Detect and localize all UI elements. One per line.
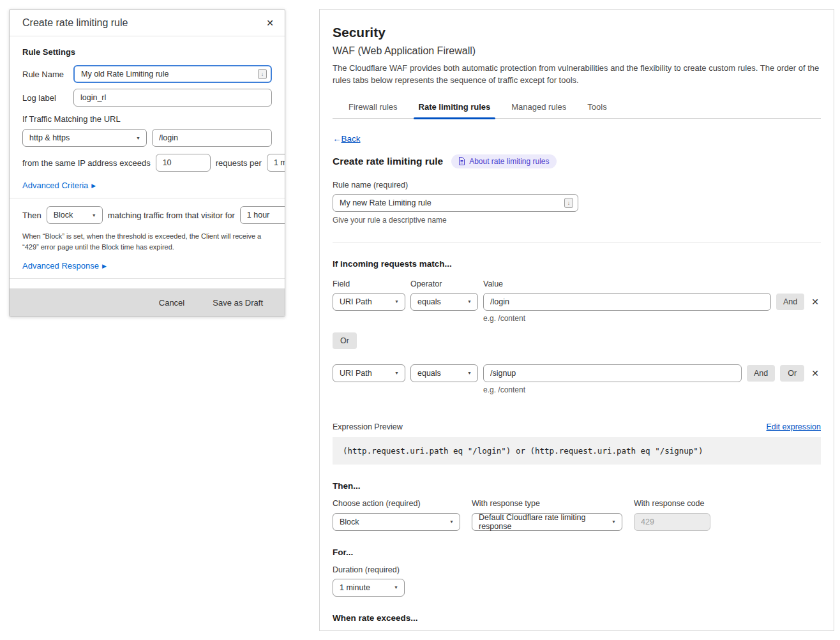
response-type-select[interactable]: Default Cloudflare rate limiting respons… <box>472 513 622 531</box>
response-type-label: With response type <box>472 499 622 508</box>
chevron-down-icon: ▼ <box>467 299 472 304</box>
value-input[interactable] <box>483 293 771 311</box>
choose-action-select[interactable]: Block ▼ <box>333 513 460 531</box>
then-section-heading: Then... <box>333 481 821 491</box>
expression-code: (http.request.uri.path eq "/login") or (… <box>333 437 821 465</box>
advanced-response-link[interactable]: Advanced Response ▶ <box>22 261 107 271</box>
rule-name-label: Rule Name <box>22 70 73 79</box>
value-helper: e.g. /content <box>483 385 821 394</box>
advanced-criteria-link[interactable]: Advanced Criteria ▶ <box>22 181 96 190</box>
back-link[interactable]: ←Back <box>333 134 361 144</box>
value-input[interactable] <box>483 364 742 382</box>
scheme-select-value: http & https <box>29 133 70 142</box>
match-section-heading: If incoming requests match... <box>333 259 821 269</box>
rule-settings-heading: Rule Settings <box>22 47 272 57</box>
threshold-row: from the same IP address exceeds request… <box>22 154 272 172</box>
remove-condition-icon[interactable]: ✕ <box>809 368 821 378</box>
tab-rate-limiting-rules[interactable]: Rate limiting rules <box>419 99 491 118</box>
response-code-label: With response code <box>634 499 710 508</box>
response-type-value: Default Cloudflare rate limiting respons… <box>479 513 606 531</box>
value-column-label: Value <box>483 279 503 288</box>
field-select-value: URI Path <box>340 369 372 378</box>
period-select[interactable]: 1 minute ▼ <box>267 154 285 172</box>
chevron-down-icon: ▼ <box>394 371 399 375</box>
period-select-value: 1 minute <box>274 158 285 167</box>
remove-condition-icon[interactable]: ✕ <box>809 297 821 307</box>
triangle-right-icon: ▶ <box>91 182 96 189</box>
and-condition-button[interactable]: And <box>776 294 804 310</box>
rule-name-label: Rule name (required) <box>333 181 821 190</box>
chevron-down-icon: ▼ <box>92 213 96 218</box>
cancel-button[interactable]: Cancel <box>155 297 188 308</box>
back-row: ←Back <box>333 134 821 144</box>
rule-name-row: Rule Name ↓ <box>22 65 272 83</box>
page-title: Security <box>333 25 821 40</box>
ban-duration-select[interactable]: 1 hour ▼ <box>240 206 285 224</box>
condition-row: URI Path ▼ equals ▼ And ✕ <box>333 293 821 311</box>
or-condition-button[interactable]: Or <box>333 332 357 349</box>
requests-input[interactable] <box>156 154 211 172</box>
action-select[interactable]: Block ▼ <box>47 206 103 224</box>
create-rule-heading: Create rate limiting rule <box>333 156 443 167</box>
condition-row: URI Path ▼ equals ▼ And Or ✕ <box>333 364 821 382</box>
scheme-select[interactable]: http & https ▼ <box>22 129 147 147</box>
operator-select-value: equals <box>417 297 441 306</box>
edit-expression-link[interactable]: Edit expression <box>767 422 821 431</box>
operator-select[interactable]: equals ▼ <box>410 293 478 311</box>
block-note: When “Block” is set, when the threshold … <box>22 231 272 253</box>
choose-action-column: Choose action (required) Block ▼ <box>333 499 460 531</box>
dialog-title: Create rate limiting rule <box>22 17 128 29</box>
rule-name-input[interactable] <box>73 65 272 83</box>
action-select-value: Block <box>54 211 73 220</box>
divider <box>10 198 285 198</box>
traffic-match-heading: If Traffic Matching the URL <box>22 114 272 124</box>
dialog-footer: Cancel Save as Draft <box>10 288 285 316</box>
rate-section-heading: When rate exceeds... <box>333 613 821 623</box>
autofill-icon[interactable]: ↓ <box>258 69 267 79</box>
and-condition-button[interactable]: And <box>747 365 775 382</box>
chevron-down-icon: ▼ <box>136 136 140 140</box>
field-select-value: URI Path <box>340 297 372 306</box>
response-code-column: With response code <box>634 499 710 531</box>
back-arrow-icon: ← <box>333 134 341 144</box>
triangle-right-icon: ▶ <box>102 263 107 269</box>
security-waf-panel: Security WAF (Web Application Firewall) … <box>319 9 834 631</box>
then-columns: Choose action (required) Block ▼ With re… <box>333 499 821 531</box>
log-label-input[interactable] <box>73 89 272 107</box>
divider <box>10 278 285 279</box>
expression-preview-header: Expression Preview Edit expression <box>333 422 821 431</box>
autofill-icon[interactable]: ↓ <box>564 198 573 208</box>
field-select[interactable]: URI Path ▼ <box>333 364 405 382</box>
page-description: The Cloudflare WAF provides both automat… <box>333 63 821 87</box>
duration-value: 1 minute <box>340 583 370 592</box>
matching-text: matching traffic from that visitor for <box>108 211 235 220</box>
field-select[interactable]: URI Path ▼ <box>333 293 405 311</box>
expression-preview-label: Expression Preview <box>333 422 403 431</box>
chevron-down-icon: ▼ <box>467 371 472 375</box>
log-label-row: Log label <box>22 89 272 107</box>
traffic-match-row: http & https ▼ <box>22 129 272 147</box>
dialog-body: Rule Settings Rule Name ↓ Log label If T… <box>10 36 285 288</box>
page-subtitle: WAF (Web Application Firewall) <box>333 45 821 57</box>
create-rule-heading-row: Create rate limiting rule About rate lim… <box>333 154 821 168</box>
save-as-draft-button[interactable]: Save as Draft <box>209 297 267 308</box>
operator-select[interactable]: equals ▼ <box>410 364 478 382</box>
tab-managed-rules[interactable]: Managed rules <box>511 99 566 118</box>
duration-select[interactable]: 1 minute ▼ <box>333 579 405 597</box>
close-icon[interactable]: ✕ <box>265 18 275 28</box>
about-rate-limiting-rules-badge[interactable]: About rate limiting rules <box>451 154 556 168</box>
chevron-down-icon: ▼ <box>394 585 398 590</box>
for-section-heading: For... <box>333 547 821 557</box>
url-input[interactable] <box>152 129 272 147</box>
value-helper: e.g. /content <box>483 314 821 323</box>
duration-label: Duration (required) <box>333 565 821 574</box>
divider <box>333 242 821 242</box>
tab-firewall-rules[interactable]: Firewall rules <box>349 99 398 118</box>
operator-column-label: Operator <box>410 279 478 288</box>
choose-action-label: Choose action (required) <box>333 499 460 508</box>
or-condition-button[interactable]: Or <box>780 365 804 382</box>
waf-tabs: Firewall rules Rate limiting rules Manag… <box>333 99 821 119</box>
response-code-input <box>634 513 710 531</box>
rule-name-input[interactable] <box>333 194 578 212</box>
tab-tools[interactable]: Tools <box>587 99 606 118</box>
